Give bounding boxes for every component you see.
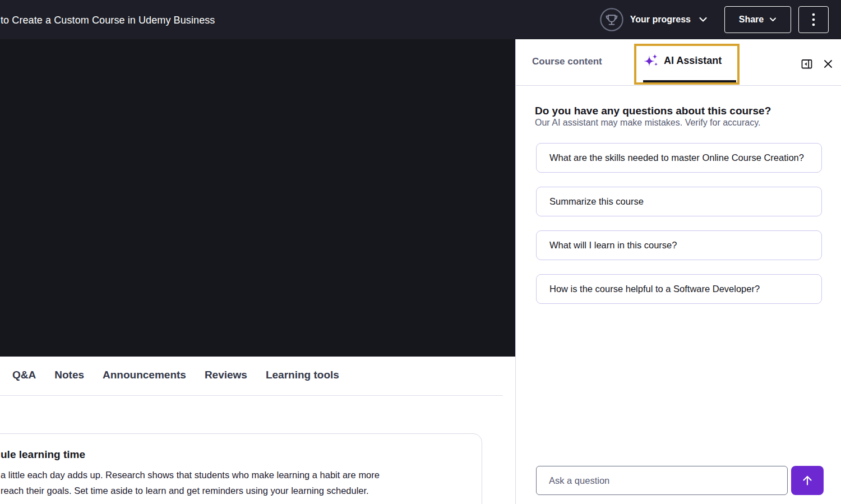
ask-question-input[interactable] [536,466,788,495]
suggestion-what-will-i-learn[interactable]: What will I learn in this course? [536,230,822,260]
ai-assistant-panel: Course content AI Assistant [515,39,841,504]
question-input-row [536,466,824,495]
tab-course-content[interactable]: Course content [532,56,602,67]
tab-learning-tools[interactable]: Learning tools [266,369,339,381]
video-player-area[interactable] [0,39,515,357]
tabs-divider [0,395,503,396]
sparkles-icon [643,53,659,68]
schedule-card-body: a little each day adds up. Research show… [1,467,468,498]
schedule-card-line1: a little each day adds up. Research show… [1,467,468,483]
topbar: to Create a Custom Course in Udemy Busin… [0,0,841,39]
panel-header: Course content AI Assistant [516,39,841,86]
suggestion-skills-needed[interactable]: What are the skills needed to master Onl… [536,143,822,173]
tab-reviews[interactable]: Reviews [205,369,247,381]
your-progress-menu[interactable]: Your progress [600,8,708,31]
tab-announcements[interactable]: Announcements [103,369,186,381]
ai-assistant-tab-label: AI Assistant [664,55,722,67]
schedule-card-line2: reach their goals. Set time aside to lea… [1,483,468,498]
course-title: to Create a Custom Course in Udemy Busin… [1,15,215,26]
udemy-course-player-page: to Create a Custom Course in Udemy Busin… [0,0,841,504]
more-options-button[interactable] [798,6,829,33]
suggestion-summarize-course[interactable]: Summarize this course [536,187,822,216]
course-dashboard: Q&A Notes Announcements Reviews Learning… [0,357,515,504]
share-button[interactable]: Share [724,6,791,33]
tab-ai-assistant[interactable]: AI Assistant [643,53,722,68]
suggested-questions: What are the skills needed to master Onl… [536,143,822,304]
close-icon[interactable] [822,58,834,70]
trophy-icon [600,8,623,31]
tab-qa[interactable]: Q&A [12,369,36,381]
your-progress-label: Your progress [630,15,691,25]
topbar-actions: Your progress Share [600,0,829,39]
chevron-down-icon [699,16,708,23]
chevron-down-icon [769,17,777,22]
schedule-learning-time-card: ule learning time a little each day adds… [0,433,482,504]
share-button-label: Share [739,15,764,25]
dashboard-tabs: Q&A Notes Announcements Reviews Learning… [12,369,339,381]
active-tab-underline [643,80,736,82]
assistant-disclaimer: Our AI assistant may make mistakes. Veri… [535,118,761,128]
collapse-panel-icon[interactable] [801,58,813,70]
tab-notes[interactable]: Notes [54,369,84,381]
kebab-menu-icon [812,13,815,26]
arrow-up-send-icon [800,473,815,488]
schedule-card-title: ule learning time [1,448,468,461]
send-question-button[interactable] [791,466,824,495]
suggestion-helpful-software-developer[interactable]: How is the course helpful to a Software … [536,274,822,304]
assistant-heading: Do you have any questions about this cou… [535,105,771,117]
